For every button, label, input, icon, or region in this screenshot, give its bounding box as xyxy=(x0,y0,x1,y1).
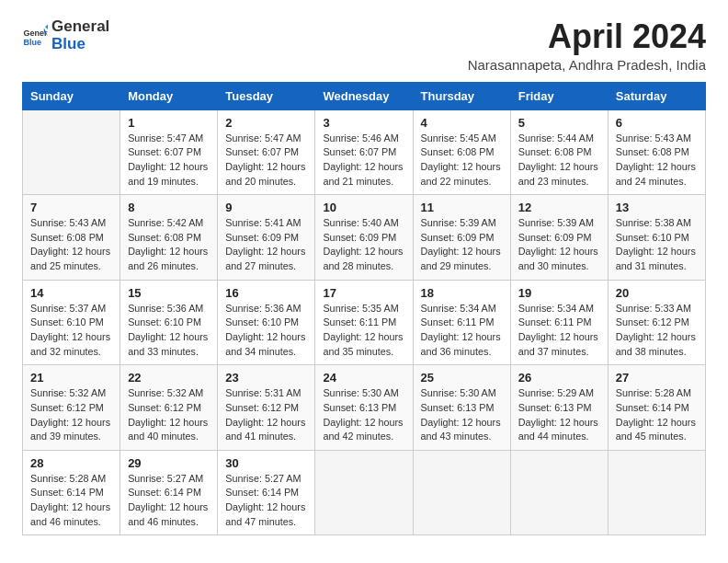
calendar-week-row: 7Sunrise: 5:43 AM Sunset: 6:08 PM Daylig… xyxy=(23,195,706,281)
day-info: Sunrise: 5:34 AM Sunset: 6:11 PM Dayligh… xyxy=(421,302,503,360)
day-number: 12 xyxy=(518,201,600,214)
day-info: Sunrise: 5:38 AM Sunset: 6:10 PM Dayligh… xyxy=(616,216,698,274)
day-info: Sunrise: 5:43 AM Sunset: 6:08 PM Dayligh… xyxy=(616,132,698,190)
day-number: 23 xyxy=(225,371,307,385)
col-friday: Friday xyxy=(510,82,608,109)
table-row xyxy=(608,450,705,535)
table-row: 15Sunrise: 5:36 AM Sunset: 6:10 PM Dayli… xyxy=(120,280,218,365)
table-row: 11Sunrise: 5:39 AM Sunset: 6:09 PM Dayli… xyxy=(413,195,510,281)
day-number: 16 xyxy=(225,286,307,300)
day-info: Sunrise: 5:46 AM Sunset: 6:07 PM Dayligh… xyxy=(323,132,404,190)
day-number: 3 xyxy=(323,116,404,130)
day-info: Sunrise: 5:47 AM Sunset: 6:07 PM Dayligh… xyxy=(225,132,307,190)
subtitle: Narasannapeta, Andhra Pradesh, India xyxy=(468,57,706,73)
day-info: Sunrise: 5:44 AM Sunset: 6:08 PM Dayligh… xyxy=(518,132,600,190)
day-number: 18 xyxy=(421,286,503,300)
calendar-week-row: 21Sunrise: 5:32 AM Sunset: 6:12 PM Dayli… xyxy=(23,365,706,451)
day-number: 14 xyxy=(30,286,112,300)
table-row: 27Sunrise: 5:28 AM Sunset: 6:14 PM Dayli… xyxy=(608,365,705,451)
day-number: 24 xyxy=(323,371,404,385)
day-number: 15 xyxy=(128,286,210,300)
day-number: 30 xyxy=(225,456,307,470)
day-info: Sunrise: 5:42 AM Sunset: 6:08 PM Dayligh… xyxy=(128,216,210,274)
col-wednesday: Wednesday xyxy=(315,82,413,109)
day-info: Sunrise: 5:40 AM Sunset: 6:09 PM Dayligh… xyxy=(323,216,404,274)
title-block: April 2024 Narasannapeta, Andhra Pradesh… xyxy=(468,18,706,73)
day-info: Sunrise: 5:32 AM Sunset: 6:12 PM Dayligh… xyxy=(30,386,112,444)
day-number: 8 xyxy=(128,201,210,214)
table-row: 25Sunrise: 5:30 AM Sunset: 6:13 PM Dayli… xyxy=(413,365,510,451)
day-number: 19 xyxy=(518,286,600,300)
table-row: 7Sunrise: 5:43 AM Sunset: 6:08 PM Daylig… xyxy=(23,195,120,281)
table-row: 20Sunrise: 5:33 AM Sunset: 6:12 PM Dayli… xyxy=(608,280,705,365)
table-row: 21Sunrise: 5:32 AM Sunset: 6:12 PM Dayli… xyxy=(23,365,120,451)
day-info: Sunrise: 5:34 AM Sunset: 6:11 PM Dayligh… xyxy=(518,302,600,360)
table-row: 18Sunrise: 5:34 AM Sunset: 6:11 PM Dayli… xyxy=(413,280,510,365)
day-info: Sunrise: 5:28 AM Sunset: 6:14 PM Dayligh… xyxy=(30,472,112,530)
day-info: Sunrise: 5:29 AM Sunset: 6:13 PM Dayligh… xyxy=(518,386,600,444)
table-row: 2Sunrise: 5:47 AM Sunset: 6:07 PM Daylig… xyxy=(218,109,315,195)
day-number: 13 xyxy=(616,201,698,214)
table-row xyxy=(23,109,120,195)
day-info: Sunrise: 5:27 AM Sunset: 6:14 PM Dayligh… xyxy=(128,472,210,530)
page-header: General Blue General Blue April 2024 Nar… xyxy=(22,18,706,73)
day-info: Sunrise: 5:36 AM Sunset: 6:10 PM Dayligh… xyxy=(128,302,210,360)
table-row: 9Sunrise: 5:41 AM Sunset: 6:09 PM Daylig… xyxy=(218,195,315,281)
table-row: 30Sunrise: 5:27 AM Sunset: 6:14 PM Dayli… xyxy=(218,450,315,535)
day-info: Sunrise: 5:30 AM Sunset: 6:13 PM Dayligh… xyxy=(421,386,503,444)
day-info: Sunrise: 5:39 AM Sunset: 6:09 PM Dayligh… xyxy=(421,216,503,274)
day-info: Sunrise: 5:41 AM Sunset: 6:09 PM Dayligh… xyxy=(225,216,307,274)
col-thursday: Thursday xyxy=(413,82,510,109)
table-row xyxy=(315,450,413,535)
day-number: 20 xyxy=(616,286,698,300)
day-info: Sunrise: 5:35 AM Sunset: 6:11 PM Dayligh… xyxy=(323,302,404,360)
day-number: 4 xyxy=(421,116,503,130)
day-number: 7 xyxy=(30,201,112,214)
day-number: 27 xyxy=(616,371,698,385)
day-info: Sunrise: 5:30 AM Sunset: 6:13 PM Dayligh… xyxy=(323,386,404,444)
month-title: April 2024 xyxy=(468,18,706,55)
day-number: 9 xyxy=(225,201,307,214)
logo-blue: Blue xyxy=(51,36,109,53)
day-number: 22 xyxy=(128,371,210,385)
day-info: Sunrise: 5:36 AM Sunset: 6:10 PM Dayligh… xyxy=(225,302,307,360)
day-number: 6 xyxy=(616,116,698,130)
calendar-week-row: 1Sunrise: 5:47 AM Sunset: 6:07 PM Daylig… xyxy=(23,109,706,195)
table-row: 29Sunrise: 5:27 AM Sunset: 6:14 PM Dayli… xyxy=(120,450,218,535)
day-number: 28 xyxy=(30,456,112,470)
day-number: 2 xyxy=(225,116,307,130)
table-row: 24Sunrise: 5:30 AM Sunset: 6:13 PM Dayli… xyxy=(315,365,413,451)
table-row: 8Sunrise: 5:42 AM Sunset: 6:08 PM Daylig… xyxy=(120,195,218,281)
day-number: 11 xyxy=(421,201,503,214)
table-row: 16Sunrise: 5:36 AM Sunset: 6:10 PM Dayli… xyxy=(218,280,315,365)
table-row: 13Sunrise: 5:38 AM Sunset: 6:10 PM Dayli… xyxy=(608,195,705,281)
day-number: 5 xyxy=(518,116,600,130)
table-row: 6Sunrise: 5:43 AM Sunset: 6:08 PM Daylig… xyxy=(608,109,705,195)
col-tuesday: Tuesday xyxy=(218,82,315,109)
table-row: 14Sunrise: 5:37 AM Sunset: 6:10 PM Dayli… xyxy=(23,280,120,365)
table-row: 17Sunrise: 5:35 AM Sunset: 6:11 PM Dayli… xyxy=(315,280,413,365)
day-info: Sunrise: 5:31 AM Sunset: 6:12 PM Dayligh… xyxy=(225,386,307,444)
day-number: 29 xyxy=(128,456,210,470)
calendar-week-row: 14Sunrise: 5:37 AM Sunset: 6:10 PM Dayli… xyxy=(23,280,706,365)
table-row: 26Sunrise: 5:29 AM Sunset: 6:13 PM Dayli… xyxy=(510,365,608,451)
day-info: Sunrise: 5:27 AM Sunset: 6:14 PM Dayligh… xyxy=(225,472,307,530)
calendar-table: Sunday Monday Tuesday Wednesday Thursday… xyxy=(22,82,706,536)
day-info: Sunrise: 5:39 AM Sunset: 6:09 PM Dayligh… xyxy=(518,216,600,274)
table-row: 1Sunrise: 5:47 AM Sunset: 6:07 PM Daylig… xyxy=(120,109,218,195)
day-info: Sunrise: 5:37 AM Sunset: 6:10 PM Dayligh… xyxy=(30,302,112,360)
svg-text:Blue: Blue xyxy=(23,37,41,46)
day-info: Sunrise: 5:45 AM Sunset: 6:08 PM Dayligh… xyxy=(421,132,503,190)
table-row: 4Sunrise: 5:45 AM Sunset: 6:08 PM Daylig… xyxy=(413,109,510,195)
day-info: Sunrise: 5:43 AM Sunset: 6:08 PM Dayligh… xyxy=(30,216,112,274)
table-row: 3Sunrise: 5:46 AM Sunset: 6:07 PM Daylig… xyxy=(315,109,413,195)
calendar-header-row: Sunday Monday Tuesday Wednesday Thursday… xyxy=(23,82,706,109)
table-row: 5Sunrise: 5:44 AM Sunset: 6:08 PM Daylig… xyxy=(510,109,608,195)
day-number: 17 xyxy=(323,286,404,300)
calendar-week-row: 28Sunrise: 5:28 AM Sunset: 6:14 PM Dayli… xyxy=(23,450,706,535)
day-info: Sunrise: 5:32 AM Sunset: 6:12 PM Dayligh… xyxy=(128,386,210,444)
table-row: 12Sunrise: 5:39 AM Sunset: 6:09 PM Dayli… xyxy=(510,195,608,281)
table-row: 10Sunrise: 5:40 AM Sunset: 6:09 PM Dayli… xyxy=(315,195,413,281)
logo-general: General xyxy=(51,18,109,36)
col-sunday: Sunday xyxy=(23,82,120,109)
